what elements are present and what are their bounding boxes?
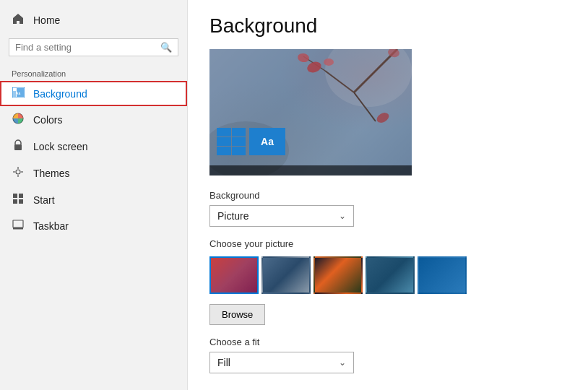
background-label: Background: [33, 88, 87, 100]
picture-thumb-3[interactable]: [314, 256, 363, 294]
sidebar-item-taskbar[interactable]: Taskbar: [0, 213, 187, 238]
fit-dropdown[interactable]: Fill ⌄: [209, 352, 354, 373]
sidebar-item-lock-screen[interactable]: Lock screen: [0, 133, 187, 160]
preview-background: Aa: [209, 49, 412, 176]
svg-rect-14: [19, 199, 23, 204]
main-content: Background: [188, 0, 588, 390]
picture-thumb-4[interactable]: [366, 256, 415, 294]
aa-text: Aa: [261, 136, 274, 147]
start-icon: [12, 193, 25, 207]
sidebar-item-themes[interactable]: Themes: [0, 160, 187, 186]
svg-rect-13: [13, 199, 17, 204]
preview-tiles-left: [217, 128, 246, 155]
lock-screen-label: Lock screen: [33, 141, 87, 152]
picture-thumb-1[interactable]: [209, 256, 259, 294]
choose-picture-label: Choose your picture: [209, 238, 566, 249]
picture-thumb-5[interactable]: [418, 256, 467, 294]
themes-icon: [12, 166, 25, 180]
chevron-down-icon-2: ⌄: [339, 358, 346, 368]
background-dropdown-value: Picture: [217, 210, 249, 222]
taskbar-icon: [12, 220, 25, 232]
svg-point-6: [16, 170, 20, 174]
svg-point-27: [324, 58, 334, 66]
home-label: Home: [33, 14, 60, 26]
sidebar-item-start[interactable]: Start: [0, 186, 187, 213]
background-field-label: Background: [209, 190, 566, 201]
start-label: Start: [33, 194, 55, 206]
preview-taskbar: [209, 165, 412, 176]
svg-rect-12: [19, 194, 23, 198]
taskbar-label: Taskbar: [33, 220, 69, 232]
choose-fit-label: Choose a fit: [209, 337, 566, 347]
chevron-down-icon: ⌄: [339, 211, 346, 221]
svg-rect-15: [13, 220, 23, 228]
colors-icon: [12, 113, 25, 126]
preview-aa-tile: Aa: [249, 128, 285, 155]
image-icon: Aa: [12, 87, 25, 100]
background-dropdown[interactable]: Picture ⌄: [209, 205, 354, 227]
sidebar-item-background[interactable]: Aa Background: [0, 81, 187, 106]
search-container: 🔍: [9, 38, 178, 56]
page-title: Background: [209, 14, 566, 38]
lock-icon: [12, 139, 25, 153]
svg-rect-16: [13, 228, 23, 230]
picture-grid: [209, 256, 566, 294]
svg-rect-5: [14, 144, 22, 150]
search-icon: 🔍: [160, 42, 172, 53]
section-label: Personalization: [0, 62, 187, 81]
picture-thumb-2[interactable]: [261, 256, 311, 294]
fit-dropdown-value: Fill: [217, 357, 230, 368]
browse-button[interactable]: Browse: [209, 304, 265, 325]
sidebar-item-home[interactable]: Home: [0, 7, 187, 32]
sidebar: Home 🔍 Personalization Aa Background: [0, 0, 188, 390]
search-input[interactable]: [15, 42, 160, 53]
colors-label: Colors: [33, 114, 62, 126]
desktop-preview: Aa: [209, 49, 412, 176]
sidebar-item-colors[interactable]: Colors: [0, 106, 187, 133]
themes-label: Themes: [33, 168, 70, 179]
home-icon: [12, 13, 25, 27]
svg-rect-11: [13, 194, 17, 198]
svg-text:Aa: Aa: [15, 91, 20, 95]
